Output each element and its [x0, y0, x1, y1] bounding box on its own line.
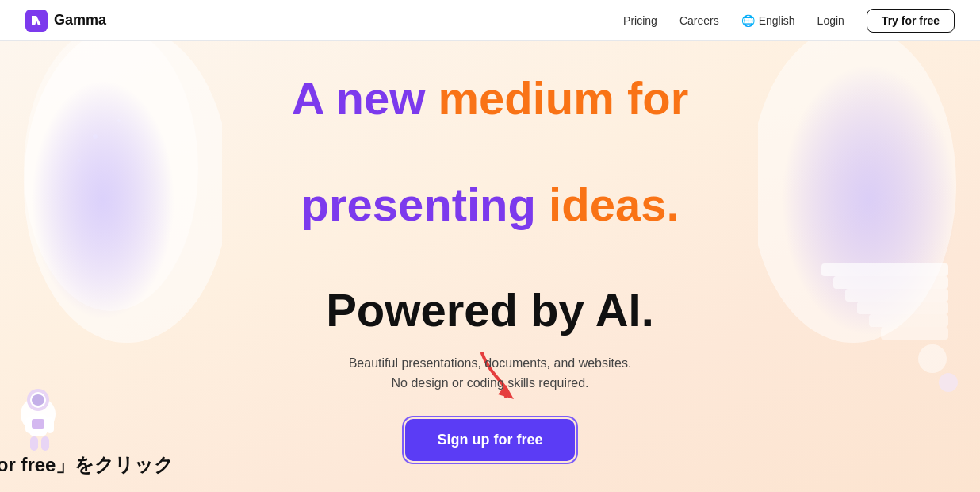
svg-rect-22: [857, 302, 948, 314]
svg-rect-23: [869, 314, 948, 327]
title-ideas: ideas.: [549, 179, 679, 230]
subtitle-line2: No design or coding skills required.: [391, 376, 588, 390]
svg-point-6: [32, 81, 174, 319]
svg-rect-24: [881, 327, 948, 340]
svg-point-10: [32, 394, 44, 406]
annotation: • 「Sign up for free」をクリック: [0, 452, 174, 478]
hero-content: A new medium for presenting ideas. Power…: [292, 72, 689, 461]
language-selector[interactable]: 🌐 English: [741, 14, 795, 27]
hero-section: A new medium for presenting ideas. Power…: [0, 41, 980, 492]
logo[interactable]: Gamma: [25, 10, 106, 32]
subtitle-line1: Beautiful presentations, documents, and …: [349, 356, 632, 370]
title-powered-by-ai: Powered by AI.: [326, 284, 654, 336]
hero-title: A new medium for presenting ideas. Power…: [292, 72, 689, 336]
left-decoration: [0, 41, 222, 492]
navbar: Gamma Pricing Careers 🌐 English Login Tr…: [0, 0, 980, 41]
svg-rect-20: [833, 276, 948, 289]
svg-point-26: [939, 373, 958, 392]
svg-point-25: [918, 344, 947, 373]
right-decoration: [758, 41, 980, 492]
gamma-logo-icon: [25, 10, 48, 32]
globe-icon: 🌐: [741, 14, 755, 27]
svg-rect-19: [821, 263, 948, 276]
title-a-new: A new: [292, 72, 426, 124]
try-for-free-button[interactable]: Try for free: [867, 9, 955, 33]
language-label: English: [759, 14, 795, 27]
svg-rect-15: [41, 436, 49, 451]
logo-text: Gamma: [54, 12, 106, 29]
navbar-right: Pricing Careers 🌐 English Login Try for …: [623, 9, 955, 33]
hero-subtitle: Beautiful presentations, documents, and …: [292, 353, 689, 394]
login-link[interactable]: Login: [817, 14, 844, 27]
title-presenting: presenting: [301, 179, 536, 230]
svg-rect-16: [32, 419, 44, 429]
svg-rect-14: [30, 436, 38, 451]
svg-rect-21: [845, 289, 948, 302]
svg-rect-13: [46, 417, 54, 433]
title-medium-for: medium for: [438, 72, 688, 124]
nav-pricing[interactable]: Pricing: [623, 14, 657, 27]
annotation-text: 「Sign up for free」をクリック: [0, 452, 174, 478]
sign-up-for-free-button[interactable]: Sign up for free: [405, 419, 574, 461]
nav-careers[interactable]: Careers: [679, 14, 719, 27]
